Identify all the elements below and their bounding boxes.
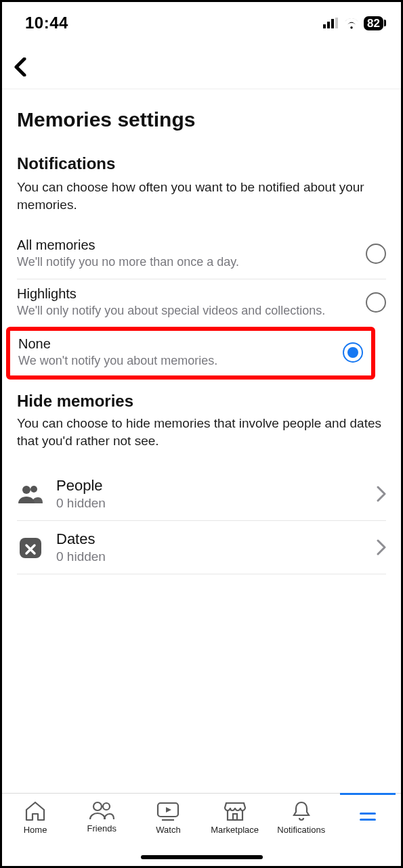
- home-indicator[interactable]: [141, 855, 263, 859]
- tab-menu[interactable]: [335, 800, 401, 821]
- radio-title: None: [18, 336, 335, 352]
- friends-icon: [88, 800, 115, 821]
- tab-label: Notifications: [277, 825, 325, 835]
- tab-label: Marketplace: [211, 825, 259, 835]
- svg-rect-3: [335, 18, 338, 28]
- radio-desc: We'll notify you no more than once a day…: [17, 253, 358, 270]
- hide-item-sub: 0 hidden: [56, 548, 364, 564]
- section-heading-notifications: Notifications: [17, 147, 386, 173]
- status-bar: 10:44 82: [2, 2, 401, 39]
- section-subheading-notifications: You can choose how often you want to be …: [17, 173, 386, 231]
- svg-point-8: [103, 803, 110, 810]
- radio-title: Highlights: [17, 286, 358, 302]
- radio-control[interactable]: [366, 244, 386, 264]
- wifi-icon: [343, 17, 360, 29]
- tab-label: Watch: [156, 825, 180, 835]
- back-button[interactable]: [14, 58, 28, 76]
- marketplace-icon: [224, 800, 247, 822]
- people-icon: [17, 484, 44, 503]
- svg-point-5: [30, 486, 37, 493]
- watch-icon: [155, 800, 181, 822]
- bell-icon: [291, 800, 312, 822]
- page-title: Memories settings: [17, 89, 386, 147]
- svg-rect-0: [323, 24, 326, 28]
- radio-desc: We won't notify you about memories.: [18, 352, 335, 369]
- hide-item-title: People: [56, 477, 364, 495]
- section-subheading-hide-memories: You can choose to hide memories that inv…: [17, 411, 386, 467]
- battery-level: 82: [364, 16, 383, 30]
- hide-item-title: Dates: [56, 530, 364, 548]
- status-time: 10:44: [25, 14, 68, 32]
- svg-rect-2: [331, 19, 334, 28]
- menu-icon: [360, 813, 376, 821]
- svg-point-4: [22, 486, 30, 494]
- tab-friends[interactable]: Friends: [68, 800, 135, 833]
- svg-rect-11: [233, 814, 237, 820]
- hide-item-sub: 0 hidden: [56, 495, 364, 511]
- battery-icon: 82: [364, 16, 386, 30]
- tab-label: Home: [24, 825, 47, 835]
- calendar-x-icon: [17, 536, 44, 559]
- radio-title: All memories: [17, 237, 358, 253]
- tab-watch[interactable]: Watch: [135, 800, 201, 835]
- radio-option-highlights[interactable]: Highlights We'll only notify you about s…: [17, 279, 386, 327]
- section-heading-hide-memories: Hide memories: [17, 380, 386, 411]
- status-icons: 82: [323, 16, 386, 30]
- tab-home[interactable]: Home: [2, 800, 68, 835]
- notification-options: All memories We'll notify you no more th…: [17, 231, 386, 380]
- chevron-right-icon: [377, 539, 386, 555]
- tab-notifications[interactable]: Notifications: [268, 800, 335, 835]
- hide-row-dates[interactable]: Dates 0 hidden: [17, 520, 386, 574]
- hide-row-people[interactable]: People 0 hidden: [17, 467, 386, 520]
- radio-option-all-memories[interactable]: All memories We'll notify you no more th…: [17, 231, 386, 278]
- svg-point-7: [93, 802, 102, 810]
- radio-desc: We'll only notify you about special vide…: [17, 302, 358, 319]
- tab-marketplace[interactable]: Marketplace: [202, 800, 268, 835]
- tab-active-indicator: [340, 793, 396, 795]
- chevron-right-icon: [377, 486, 386, 502]
- home-icon: [24, 800, 47, 822]
- radio-control[interactable]: [366, 292, 386, 313]
- tab-label: Friends: [87, 823, 116, 833]
- cellular-icon: [323, 18, 339, 28]
- radio-control[interactable]: [343, 342, 363, 363]
- radio-option-none[interactable]: None We won't notify you about memories.: [6, 327, 375, 380]
- svg-rect-1: [327, 22, 330, 28]
